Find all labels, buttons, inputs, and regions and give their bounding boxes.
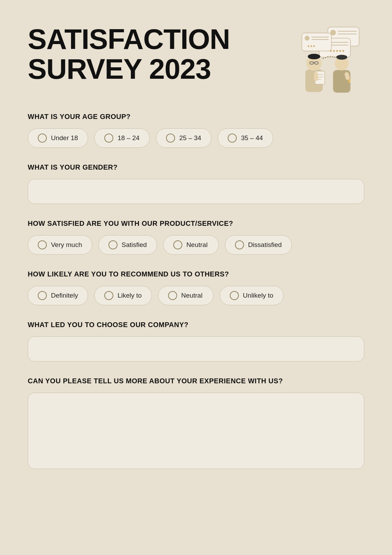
satisfaction-very-much[interactable]: Very much bbox=[28, 235, 92, 255]
radio-circle bbox=[104, 134, 113, 143]
satisfaction-label: HOW SATISFIED ARE YOU WITH OUR PRODUCT/S… bbox=[28, 220, 364, 228]
svg-text:★★★: ★★★ bbox=[307, 44, 315, 48]
recommend-label-unlikely: Unlikely to bbox=[243, 292, 273, 299]
satisfaction-label-neutral: Neutral bbox=[186, 241, 208, 249]
age-label-25-34: 25 – 34 bbox=[179, 134, 201, 142]
age-option-under18[interactable]: Under 18 bbox=[28, 128, 88, 148]
satisfaction-label-satisfied: Satisfied bbox=[122, 241, 147, 249]
radio-circle bbox=[38, 240, 47, 249]
age-label-under18: Under 18 bbox=[51, 134, 78, 142]
svg-rect-25 bbox=[314, 72, 318, 81]
svg-point-28 bbox=[336, 55, 347, 60]
radio-circle bbox=[38, 291, 47, 300]
radio-circle bbox=[166, 134, 175, 143]
age-label-35-44: 35 – 44 bbox=[241, 134, 263, 142]
recommend-label-definitely: Definitely bbox=[51, 292, 78, 299]
experience-label: CAN YOU PLEASE TELL US MORE ABOUT YOUR E… bbox=[28, 377, 364, 385]
title-line1: SATISFACTION bbox=[28, 23, 230, 55]
recommend-section: HOW LIKELY ARE YOU TO RECOMMEND US TO OT… bbox=[28, 270, 364, 305]
header-area: SATISFACTION SURVEY 2023 ★★★★ ★★★★★ bbox=[28, 24, 364, 94]
gender-label: WHAT IS YOUR GENDER? bbox=[28, 163, 364, 171]
svg-point-17 bbox=[308, 54, 320, 59]
radio-circle bbox=[173, 240, 182, 249]
age-option-18-24[interactable]: 18 – 24 bbox=[94, 128, 150, 148]
svg-point-11 bbox=[305, 36, 310, 41]
radio-circle bbox=[230, 291, 239, 300]
satisfaction-options: Very much Satisfied Neutral Dissatisfied bbox=[28, 235, 364, 255]
recommend-definitely[interactable]: Definitely bbox=[28, 286, 88, 305]
gender-section: WHAT IS YOUR GENDER? bbox=[28, 163, 364, 204]
svg-text:★★★★★: ★★★★★ bbox=[329, 49, 345, 53]
radio-circle bbox=[235, 240, 244, 249]
age-label-18-24: 18 – 24 bbox=[117, 134, 139, 142]
radio-circle bbox=[228, 134, 237, 143]
age-group-label: WHAT IS YOUR AGE GROUP? bbox=[28, 113, 364, 121]
satisfaction-label-dissatisfied: Dissatisfied bbox=[248, 241, 282, 249]
age-option-35-44[interactable]: 35 – 44 bbox=[218, 128, 273, 148]
gender-input[interactable] bbox=[28, 179, 364, 204]
satisfaction-dissatisfied[interactable]: Dissatisfied bbox=[225, 235, 292, 255]
radio-circle bbox=[38, 134, 47, 143]
satisfaction-label-verymuch: Very much bbox=[51, 241, 82, 249]
satisfaction-satisfied[interactable]: Satisfied bbox=[98, 235, 157, 255]
satisfaction-section: HOW SATISFIED ARE YOU WITH OUR PRODUCT/S… bbox=[28, 220, 364, 255]
choose-label: WHAT LED YOU TO CHOOSE OUR COMPANY? bbox=[28, 321, 364, 329]
choose-input[interactable] bbox=[28, 336, 364, 361]
radio-circle bbox=[168, 291, 177, 300]
satisfaction-neutral[interactable]: Neutral bbox=[163, 235, 219, 255]
experience-textarea[interactable] bbox=[28, 393, 364, 469]
title-line2: SURVEY 2023 bbox=[28, 53, 211, 85]
age-group-options: Under 18 18 – 24 25 – 34 35 – 44 bbox=[28, 128, 364, 148]
recommend-label-likely: Likely to bbox=[117, 292, 142, 299]
svg-rect-10 bbox=[302, 33, 331, 51]
radio-circle bbox=[104, 291, 113, 300]
survey-page: SATISFACTION SURVEY 2023 ★★★★ ★★★★★ bbox=[0, 0, 392, 555]
survey-illustration-svg: ★★★★ ★★★★★ ★★★ bbox=[295, 24, 364, 94]
recommend-label-neutral: Neutral bbox=[181, 292, 202, 299]
recommend-neutral[interactable]: Neutral bbox=[158, 286, 214, 305]
age-group-section: WHAT IS YOUR AGE GROUP? Under 18 18 – 24… bbox=[28, 113, 364, 148]
illustration: ★★★★ ★★★★★ ★★★ bbox=[295, 24, 364, 94]
age-option-25-34[interactable]: 25 – 34 bbox=[156, 128, 211, 148]
choose-section: WHAT LED YOU TO CHOOSE OUR COMPANY? bbox=[28, 321, 364, 361]
recommend-label: HOW LIKELY ARE YOU TO RECOMMEND US TO OT… bbox=[28, 270, 364, 278]
recommend-unlikely[interactable]: Unlikely to bbox=[220, 286, 284, 305]
experience-section: CAN YOU PLEASE TELL US MORE ABOUT YOUR E… bbox=[28, 377, 364, 470]
recommend-options: Definitely Likely to Neutral Unlikely to bbox=[28, 286, 364, 305]
survey-title: SATISFACTION SURVEY 2023 bbox=[28, 24, 230, 84]
recommend-likely[interactable]: Likely to bbox=[94, 286, 152, 305]
radio-circle bbox=[108, 240, 117, 249]
